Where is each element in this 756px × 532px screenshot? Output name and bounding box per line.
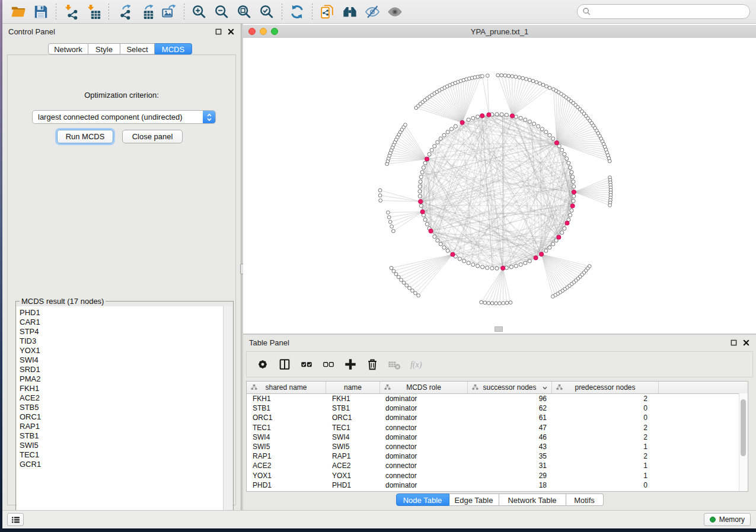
cell: dominator xyxy=(380,414,468,422)
cell: dominator xyxy=(380,433,468,441)
clone-network-icon[interactable] xyxy=(317,2,337,21)
minimize-window-icon[interactable] xyxy=(260,28,267,35)
export-table-icon[interactable] xyxy=(136,2,157,21)
tab-style[interactable]: Style xyxy=(88,43,120,55)
mcds-result-title: MCDS result (17 nodes) xyxy=(20,297,106,306)
network-graph[interactable] xyxy=(243,38,756,334)
column-header-MCDS-role[interactable]: MCDS role xyxy=(380,382,468,393)
search-box[interactable] xyxy=(577,4,750,19)
column-header-filler xyxy=(659,382,748,393)
close-panel-icon[interactable] xyxy=(227,28,235,36)
close-table-panel-icon[interactable] xyxy=(742,339,750,347)
split-panel-icon[interactable] xyxy=(276,355,294,373)
table-scrollbar-thumb[interactable] xyxy=(741,399,746,456)
close-panel-button[interactable]: Close panel xyxy=(122,130,183,143)
tab-node-table[interactable]: Node Table xyxy=(396,493,449,506)
cell: 0 xyxy=(552,481,659,489)
mcds-result-item: PMA2 xyxy=(20,374,223,384)
table-row[interactable]: FKH1FKH1dominator962 xyxy=(247,394,748,403)
open-icon[interactable] xyxy=(8,2,28,21)
hide-selection-icon[interactable] xyxy=(362,2,382,21)
table-row[interactable]: ORC1ORC1dominator610 xyxy=(247,413,748,422)
cell: dominator xyxy=(380,452,468,460)
table-scrollbar[interactable] xyxy=(739,393,748,491)
zoom-selected-icon[interactable] xyxy=(257,2,277,21)
tree-icon xyxy=(556,384,563,390)
mcds-result-item: PHD1 xyxy=(20,308,223,318)
table-row[interactable]: ACE2ACE2connector311 xyxy=(247,461,748,470)
table-row[interactable]: SWI5SWI5connector431 xyxy=(247,442,748,451)
import-table-icon[interactable] xyxy=(84,2,104,21)
export-network-icon[interactable] xyxy=(114,2,134,21)
control-panel-header: Control Panel xyxy=(2,24,241,39)
zoom-window-icon[interactable] xyxy=(271,28,278,35)
cell: PHD1 xyxy=(247,481,326,489)
cell: 62 xyxy=(468,404,552,412)
tab-network[interactable]: Network xyxy=(48,43,88,55)
zoom-in-icon[interactable] xyxy=(189,2,209,21)
optimization-criterion-label: Optimization criterion: xyxy=(8,91,235,100)
mcds-result-item: GCR1 xyxy=(20,460,223,469)
deselect-all-icon[interactable] xyxy=(320,355,337,373)
app-window: Control Panel NetworkStyleSelectMCDS Opt… xyxy=(2,0,756,528)
select-all-icon[interactable] xyxy=(298,355,315,373)
table-header-row: shared namenameMCDS rolesuccessor nodesp… xyxy=(247,382,748,394)
tab-edge-table[interactable]: Edge Table xyxy=(449,493,499,506)
column-header-successor-nodes[interactable]: successor nodes xyxy=(468,382,552,393)
cell: dominator xyxy=(380,481,468,489)
table-row[interactable]: YOX1YOX1connector291 xyxy=(247,471,748,480)
table-row[interactable]: RAP1RAP1dominator352 xyxy=(247,451,748,461)
cell: ORC1 xyxy=(326,414,380,422)
column-header-name[interactable]: name xyxy=(326,382,380,393)
first-neighbors-icon[interactable] xyxy=(340,2,360,21)
tab-mcds[interactable]: MCDS xyxy=(155,43,192,55)
table-row[interactable]: PHD1PHD1dominator180 xyxy=(247,480,748,490)
tab-select[interactable]: Select xyxy=(120,43,155,55)
column-header-shared-name[interactable]: shared name xyxy=(247,382,326,393)
cell: 61 xyxy=(468,414,552,422)
cell: RAP1 xyxy=(247,452,326,460)
show-hidden-icon[interactable] xyxy=(385,2,405,21)
tab-network-table[interactable]: Network Table xyxy=(499,493,566,506)
float-panel-icon[interactable] xyxy=(215,28,222,36)
cell: TEC1 xyxy=(247,424,326,432)
delete-table-icon xyxy=(385,355,403,373)
cell: connector xyxy=(380,462,468,470)
cell: 46 xyxy=(468,433,552,441)
toolbar-separator xyxy=(109,4,109,20)
canvas-grip[interactable] xyxy=(495,326,503,332)
float-table-panel-icon[interactable] xyxy=(730,339,738,347)
cell: 43 xyxy=(468,443,552,451)
cell: 18 xyxy=(468,481,552,489)
search-input[interactable] xyxy=(594,5,749,18)
mcds-result-item: ACE2 xyxy=(20,393,223,403)
mcds-list-scrollbar[interactable] xyxy=(223,306,232,521)
cell: PHD1 xyxy=(326,481,380,489)
zoom-out-icon[interactable] xyxy=(212,2,232,21)
save-icon[interactable] xyxy=(31,2,51,21)
table-row[interactable]: SWI4SWI4dominator462 xyxy=(247,432,748,442)
tree-icon xyxy=(384,384,391,390)
run-mcds-button[interactable]: Run MCDS xyxy=(57,130,113,143)
tab-motifs[interactable]: Motifs xyxy=(566,493,604,506)
import-network-icon[interactable] xyxy=(61,2,81,21)
refresh-icon[interactable] xyxy=(287,2,307,21)
zoom-fit-icon[interactable] xyxy=(234,2,254,21)
delete-column-icon[interactable] xyxy=(363,355,381,373)
table-row[interactable]: STB1STB1dominator620 xyxy=(247,403,748,413)
memory-button[interactable]: Memory xyxy=(704,513,751,526)
cell: 2 xyxy=(552,424,659,432)
cell: RAP1 xyxy=(326,452,380,460)
table-row[interactable]: TEC1TEC1connector472 xyxy=(247,423,748,432)
close-window-icon[interactable] xyxy=(248,28,256,35)
export-image-icon[interactable] xyxy=(159,2,179,21)
cell: YOX1 xyxy=(326,472,380,480)
column-header-predecessor-nodes[interactable]: predecessor nodes xyxy=(552,382,659,393)
graph-hub-nodes[interactable] xyxy=(419,113,576,270)
show-panels-button[interactable] xyxy=(7,513,24,526)
settings-gear-icon[interactable] xyxy=(254,355,272,373)
add-column-icon[interactable] xyxy=(342,355,359,373)
network-canvas[interactable] xyxy=(243,38,756,334)
svg-text:f(x): f(x) xyxy=(410,360,422,370)
optimization-criterion-select[interactable]: largest connected component (undirected) xyxy=(32,110,216,124)
